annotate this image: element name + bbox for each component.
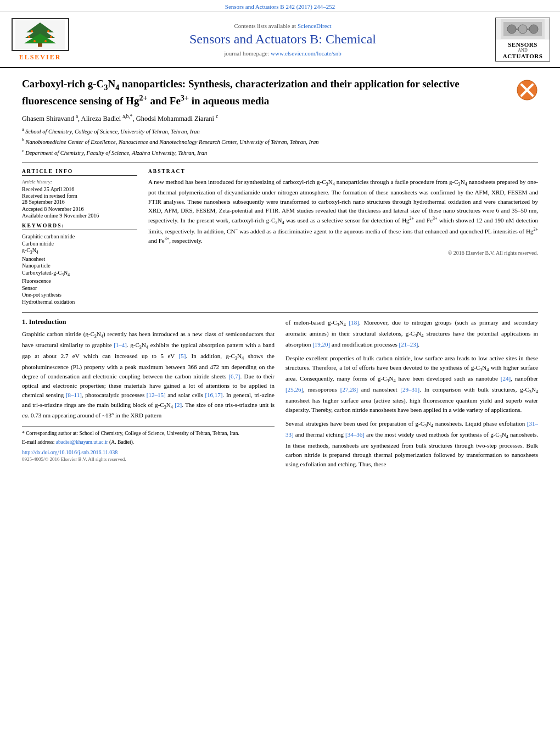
keywords-section: Keywords: Graphitic carbon nitride Carbo… (22, 223, 137, 305)
accepted-date: Accepted 8 November 2016 (22, 206, 137, 212)
elsevier-logo: ELSEVIER (10, 18, 70, 62)
elsevier-tree-icon (15, 20, 65, 49)
article-info-abstract-section: ARTICLE INFO Article history: Received 2… (22, 163, 538, 306)
history-label: Article history: (22, 179, 137, 185)
footnote-corresponding: * Corresponding author at: School of Che… (22, 430, 275, 437)
crossmark-icon (516, 79, 538, 101)
homepage-link[interactable]: www.elsevier.com/locate/snb (271, 50, 341, 57)
ref-27-28[interactable]: [27,28] (340, 386, 358, 393)
affiliation-b: b Nanobiomedicine Center of Excellence, … (22, 137, 538, 146)
article-body: Carboxyl-rich g-C3N4 nanoparticles: Synt… (0, 68, 560, 479)
abstract-heading: ABSTRACT (148, 169, 538, 174)
sciencedirect-link[interactable]: ScienceDirect (298, 23, 332, 29)
ref-1-4[interactable]: [1–4] (114, 342, 127, 348)
ref-21-23[interactable]: [21–23] (399, 341, 418, 348)
body-left-col: 1. Introduction Graphitic carbon nitride… (22, 318, 275, 473)
crossmark-logo[interactable] (516, 79, 538, 101)
ref-25-26[interactable]: [25,26] (285, 386, 303, 393)
footnote-email: E-mail address: abadiei@khayam.ut.ac.ir … (22, 439, 275, 446)
journal-title: Sensors and Actuators B: Chemical (81, 32, 484, 47)
article-title: Carboxyl-rich g-C3N4 nanoparticles: Synt… (22, 77, 516, 108)
affiliations: a School of Chemistry, College of Scienc… (22, 126, 538, 157)
keyword-4: Nanosheet (22, 256, 137, 262)
intro-para-right-1: of melon-based g-C3N4 [18]. Moreover, du… (285, 318, 538, 349)
svg-point-9 (33, 40, 36, 42)
main-content: 1. Introduction Graphitic carbon nitride… (22, 312, 538, 473)
elsevier-logo-box (12, 18, 69, 51)
journal-header: ELSEVIER Contents lists available at Sci… (0, 12, 560, 68)
homepage-line: journal homepage: www.elsevier.com/locat… (81, 50, 484, 57)
keyword-7: Fluorescence (22, 278, 137, 284)
email-label: E-mail address: (22, 439, 56, 445)
svg-point-10 (44, 40, 47, 42)
svg-point-8 (50, 36, 52, 38)
ref-24[interactable]: [24] (501, 375, 511, 382)
article-info-heading: ARTICLE INFO (22, 169, 137, 176)
ref-5[interactable]: [5] (179, 353, 186, 359)
sensors-logo-top (496, 18, 550, 40)
issn-line: 0925-4005/© 2016 Elsevier B.V. All right… (22, 456, 275, 462)
keyword-10: Hydrothermal oxidation (22, 299, 137, 305)
body-right-col: of melon-based g-C3N4 [18]. Moreover, du… (285, 318, 538, 473)
doi-line: http://dx.doi.org/10.1016/j.snb.2016.11.… (22, 449, 275, 455)
sensors-logo-graphic (501, 19, 545, 39)
ref-2[interactable]: [2] (175, 401, 182, 408)
email-suffix: (A. Badiei). (109, 439, 134, 445)
intro-para-right-2: Despite excellent properties of bulk car… (285, 354, 538, 415)
article-title-section: Carboxyl-rich g-C3N4 nanoparticles: Synt… (22, 77, 538, 108)
keyword-2: Carbon nitride (22, 241, 137, 247)
ref-19-20[interactable]: [19,20] (312, 341, 330, 348)
copyright-line: © 2016 Elsevier B.V. All rights reserved… (148, 250, 538, 256)
doi-link[interactable]: http://dx.doi.org/10.1016/j.snb.2016.11.… (22, 449, 117, 455)
keyword-1: Graphitic carbon nitride (22, 233, 137, 239)
journal-center: Contents lists available at ScienceDirec… (81, 23, 484, 57)
affiliation-c: c Department of Chemistry, Faculty of Sc… (22, 148, 538, 157)
page: Sensors and Actuators B 242 (2017) 244–2… (0, 0, 560, 479)
footnote-section: * Corresponding author at: School of Che… (22, 426, 275, 447)
svg-point-15 (529, 25, 538, 34)
contents-line: Contents lists available at ScienceDirec… (81, 23, 484, 29)
intro-para-right-3: Several strategies have been used for pr… (285, 419, 538, 469)
ref-29-31[interactable]: [29–31] (400, 386, 419, 393)
received-date: Received 25 April 2016 (22, 186, 137, 192)
ref-18[interactable]: [18] (349, 319, 359, 326)
abstract-col: ABSTRACT A new method has been introduce… (148, 169, 538, 306)
svg-point-5 (31, 30, 33, 32)
available-online: Available online 9 November 2016 (22, 213, 137, 219)
svg-point-13 (507, 25, 516, 34)
sensors-label: SENSORS (508, 41, 537, 48)
ref-12-15[interactable]: [12–15] (147, 392, 166, 398)
keyword-3: g-C3N4 (22, 247, 137, 255)
received-revised: Received in revised form28 September 201… (22, 193, 137, 205)
article-info-col: ARTICLE INFO Article history: Received 2… (22, 169, 137, 306)
sensors-sub-label: AND (518, 48, 527, 53)
body-columns: 1. Introduction Graphitic carbon nitride… (22, 318, 538, 473)
keywords-heading: Keywords: (22, 223, 137, 230)
keyword-5: Nanoparticle (22, 263, 137, 269)
sensors-actuators-logo: SENSORS AND ACTUATORS (495, 18, 550, 62)
journal-citation: Sensors and Actuators B 242 (2017) 244–2… (225, 3, 335, 10)
intro-section-title: 1. Introduction (22, 318, 275, 326)
keyword-6: Carboxylated-g-C3N4 (22, 270, 137, 277)
ref-16-17[interactable]: [16,17] (205, 392, 222, 398)
ref-6-7[interactable]: [6,7] (228, 373, 240, 380)
journal-citation-bar: Sensors and Actuators B 242 (2017) 244–2… (0, 0, 560, 12)
sensors-logo-inner: SENSORS AND ACTUATORS (496, 18, 550, 61)
email-link[interactable]: abadiei@khayam.ut.ac.ir (56, 439, 108, 445)
keyword-9: One-pot synthesis (22, 292, 137, 298)
sensors-logo-bottom: SENSORS AND ACTUATORS (496, 40, 550, 61)
svg-point-6 (47, 30, 49, 32)
svg-point-7 (28, 36, 30, 38)
intro-para-1: Graphitic carbon nitride (g-C3N4) recent… (22, 330, 275, 420)
svg-point-14 (518, 25, 527, 34)
affiliation-a: a School of Chemistry, College of Scienc… (22, 126, 538, 136)
elsevier-name: ELSEVIER (19, 53, 61, 62)
actuators-label: ACTUATORS (503, 53, 543, 59)
abstract-text: A new method has been introduced for syn… (148, 177, 538, 246)
ref-34-36[interactable]: [34–36] (345, 431, 365, 438)
keyword-8: Sensor (22, 285, 137, 291)
authors-line: Ghasem Shiravand a, Alireza Badiei a,b,*… (22, 114, 538, 123)
ref-8-11[interactable]: [8–11] (66, 392, 82, 398)
